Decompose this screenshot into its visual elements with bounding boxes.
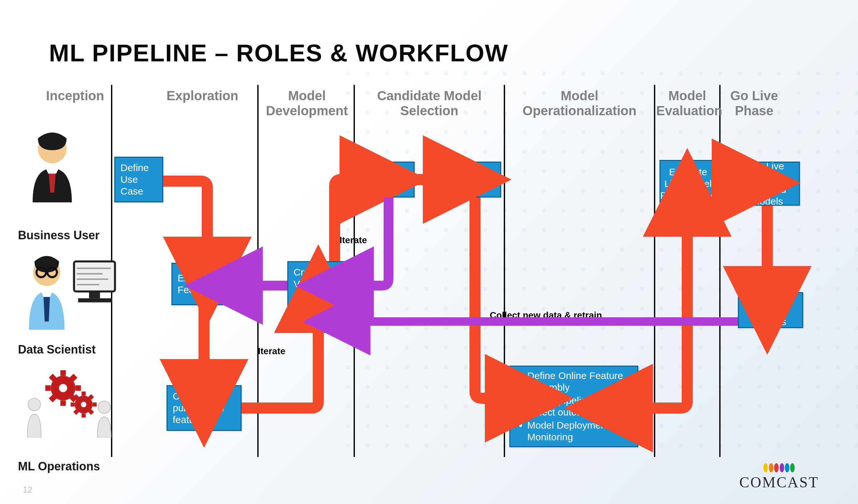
svg-point-31: [81, 402, 86, 407]
phase-cand-sel: Candidate Model Selection: [358, 88, 501, 118]
svg-rect-6: [89, 292, 100, 298]
svg-point-33: [98, 401, 110, 413]
slide-title: ML PIPELINE – ROLES & WORKFLOW: [49, 39, 508, 67]
svg-line-17: [51, 376, 55, 380]
phase-model-dev: Model Development: [261, 88, 353, 118]
box-model-review: Model Review: [364, 162, 415, 197]
op-step-2: Define pipeline to collect outcomes: [527, 395, 630, 418]
avatar-data-scientist: [20, 255, 98, 331]
arrow-publish-to-validate: [242, 318, 318, 408]
op-step-1: Define Online Feature Assembly: [527, 370, 630, 393]
box-create-validate-models: Create & Validate Models: [287, 261, 349, 307]
anno-iterate-bottom: Iterate: [258, 346, 285, 356]
col-divider: [353, 85, 355, 457]
role-label-data-scientist: Data Scientist: [18, 343, 96, 356]
svg-point-32: [28, 398, 41, 411]
box-explore-features: Explore Features: [171, 263, 237, 305]
svg-rect-7: [78, 298, 112, 303]
phase-exploration: Exploration: [154, 88, 251, 103]
col-divider: [654, 85, 655, 457]
box-go-live-selected: Go Live with Selected Models: [735, 162, 800, 206]
box-evaluate-performance: Evaluate Live Model Performance: [660, 160, 717, 207]
arrow-selection-to-ops: [475, 197, 499, 398]
box-monitor-live: Monitor Live Models: [738, 292, 803, 328]
arrow-define-to-explore: [163, 181, 207, 251]
svg-line-19: [51, 396, 55, 401]
avatar-ml-ops: [20, 369, 98, 439]
svg-line-27: [75, 396, 77, 398]
peacock-icon: [764, 463, 794, 474]
col-divider: [719, 85, 720, 457]
svg-line-28: [90, 411, 92, 413]
box-operationalization-steps: Define Online Feature Assembly Define pi…: [509, 365, 638, 447]
comcast-logo: COMCAST: [740, 463, 819, 491]
svg-rect-1: [74, 261, 115, 292]
box-define-use-case: Define Use Case: [114, 157, 163, 202]
phase-go-live: Go Live Phase: [725, 88, 783, 118]
arrow-validate-to-review: [335, 180, 354, 261]
box-create-publish-features: Create and publish new features: [166, 385, 242, 431]
slide-stage: ML PIPELINE – ROLES & WORKFLOW Inception…: [0, 0, 858, 504]
role-label-business-user: Business User: [18, 228, 99, 242]
slide-number: 12: [23, 485, 32, 495]
role-label-ml-ops: ML Operations: [18, 460, 100, 473]
col-divider: [257, 85, 258, 457]
svg-line-20: [71, 376, 76, 380]
anno-collect-retrain: Collect new data & retrain: [490, 310, 602, 321]
op-step-3: Model Deployment and Monitoring: [527, 420, 630, 443]
svg-line-29: [75, 411, 77, 413]
logo-text: COMCAST: [740, 474, 819, 491]
svg-point-21: [59, 384, 67, 392]
anno-iterate-top: Iterate: [339, 235, 367, 245]
box-model-selection: Model Selection: [447, 162, 501, 197]
phase-inception: Inception: [39, 88, 111, 103]
arrows-layer: [0, 0, 858, 504]
phase-model-eval: Model Evaluation: [656, 88, 718, 118]
avatar-business-user: [20, 131, 98, 204]
phase-model-op: Model Operationalization: [508, 88, 651, 118]
svg-line-30: [90, 396, 92, 398]
col-divider: [504, 85, 505, 457]
arrow-ops-to-evaluate-bidir: [638, 222, 687, 408]
